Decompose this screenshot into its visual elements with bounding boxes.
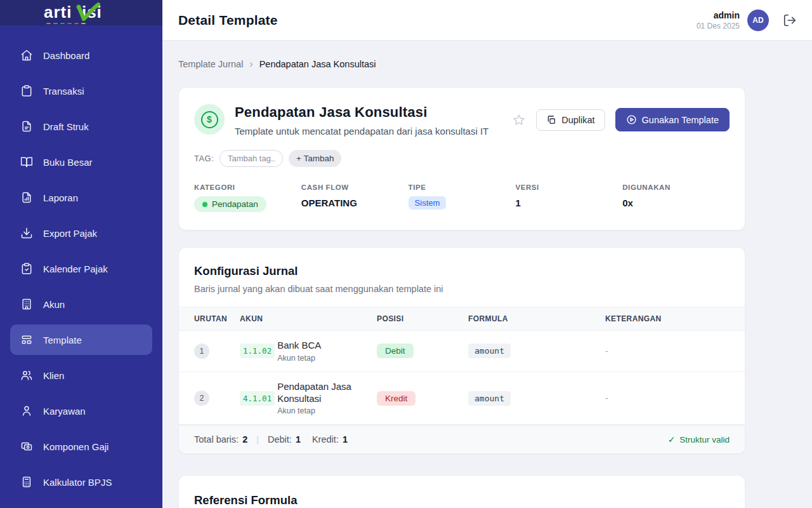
table-header-row: URUTAN AKUN POSISI FORMULA KETERANGAN <box>179 307 745 331</box>
sidebar-item-label: Draft Struk <box>43 121 89 132</box>
col-akun: AKUN <box>240 307 377 331</box>
sidebar-item-komponen-gaji[interactable]: Komponen Gaji <box>10 431 152 462</box>
cashflow-value: OPERATING <box>301 197 409 208</box>
main-area: Detail Template admin 01 Des 2025 AD Tem… <box>162 0 812 508</box>
sidebar-item-kalkulator-bpjs[interactable]: Kalkulator BPJS <box>10 467 152 497</box>
sidebar-item-label: Kalkulator BPJS <box>43 477 112 488</box>
sidebar-item-label: Export Pajak <box>43 228 97 239</box>
table-row: 2 4.1.01 Pendapatan Jasa Konsultasi Akun… <box>179 371 745 425</box>
sidebar-item-label: Laporan <box>43 192 78 203</box>
username: admin <box>697 10 740 20</box>
journal-subtitle: Baris jurnal yang akan dibuat saat mengg… <box>194 284 730 294</box>
tipe-label: TIPE <box>409 184 516 191</box>
position-badge: Kredit <box>377 391 416 406</box>
tag-input[interactable] <box>219 150 283 167</box>
sidebar-item-label: Karyawan <box>43 406 86 417</box>
breadcrumb-parent-link[interactable]: Template Jurnal <box>178 59 243 69</box>
sidebar-item-label: Transaksi <box>43 86 84 97</box>
meta-versi: VERSI 1 <box>515 184 622 212</box>
col-keterangan: KETERANGAN <box>605 307 745 331</box>
tag-label: TAG: <box>194 154 214 163</box>
artivisi-logo: artivisi <box>40 0 122 25</box>
sidebar-item-label: Dashboard <box>43 50 89 61</box>
sidebar-item-template[interactable]: Template <box>10 324 152 355</box>
building-icon <box>20 298 33 311</box>
account-code: 1.1.02 <box>240 344 275 358</box>
journal-totals: Total baris: 2 | Debit: 1 Kredit: 1 <box>194 434 348 444</box>
kategori-label: KATEGORI <box>194 184 301 191</box>
kategori-badge: Pendapatan <box>194 196 266 212</box>
sidebar-item-transaksi[interactable]: Transaksi <box>10 76 152 106</box>
breadcrumb-separator: › <box>249 58 252 70</box>
col-posisi: POSISI <box>377 307 468 331</box>
account-cell: 4.1.01 Pendapatan Jasa Konsultasi Akun t… <box>240 381 372 416</box>
journal-config-card: Konfigurasi Jurnal Baris jurnal yang aka… <box>178 247 745 454</box>
file-icon <box>20 120 33 133</box>
sidebar-item-karyawan[interactable]: Karyawan <box>10 396 152 426</box>
versi-value: 1 <box>515 197 622 208</box>
sidebar-item-draft-struk[interactable]: Draft Struk <box>10 111 152 142</box>
table-row: 1 1.1.02 Bank BCA Akun tetap Debit <box>179 331 745 372</box>
account-type: Akun tetap <box>277 354 321 363</box>
logo-swoosh-icon <box>40 0 122 25</box>
template-titles: Pendapatan Jasa Konsultasi Template untu… <box>235 104 488 137</box>
sidebar-header: artivisi <box>0 0 162 25</box>
account-name: Pendapatan Jasa Konsultasi <box>277 381 363 405</box>
favorite-star-icon[interactable] <box>512 113 526 127</box>
account-name: Bank BCA <box>277 340 321 352</box>
col-formula: FORMULA <box>468 307 605 331</box>
book-open-icon <box>20 156 33 168</box>
sidebar-item-label: Akun <box>43 299 65 310</box>
green-dot-icon <box>202 202 207 207</box>
sidebar-item-buku-besar[interactable]: Buku Besar <box>10 147 152 177</box>
sidebar-item-klien[interactable]: Klien <box>10 360 152 391</box>
calculator-icon <box>20 476 33 488</box>
sidebar: artivisi Dashboard Transaksi Draft Struk <box>0 0 162 508</box>
logo-color-dashes <box>46 23 86 24</box>
cashflow-label: CASH FLOW <box>301 184 409 191</box>
structure-valid-label: Struktur valid <box>679 435 730 444</box>
account-cell: 1.1.02 Bank BCA Akun tetap <box>240 340 372 363</box>
tag-row: TAG: + Tambah <box>194 150 730 167</box>
sidebar-item-laporan[interactable]: Laporan <box>10 182 152 213</box>
avatar[interactable]: AD <box>747 10 769 31</box>
topbar: Detail Template admin 01 Des 2025 AD <box>162 0 812 41</box>
current-date: 01 Des 2025 <box>697 22 740 30</box>
add-tag-button[interactable]: + Tambah <box>289 150 341 167</box>
order-badge: 2 <box>194 391 209 406</box>
logout-button[interactable] <box>783 13 797 27</box>
use-template-button[interactable]: Gunakan Template <box>615 108 730 131</box>
total-baris-value: 2 <box>242 434 247 444</box>
logout-icon <box>783 13 797 27</box>
digunakan-label: DIGUNAKAN <box>622 184 730 191</box>
col-urutan: URUTAN <box>179 307 240 331</box>
kredit-label: Kredit: <box>312 434 339 444</box>
note: - <box>605 393 608 403</box>
position-badge: Debit <box>377 344 414 358</box>
sidebar-item-akun[interactable]: Akun <box>10 289 152 319</box>
duplicate-button[interactable]: Duplikat <box>536 109 605 131</box>
play-circle-icon <box>626 114 637 125</box>
account-code: 4.1.01 <box>240 391 275 406</box>
journal-table: URUTAN AKUN POSISI FORMULA KETERANGAN 1 … <box>179 307 745 425</box>
breadcrumb-current: Pendapatan Jasa Konsultasi <box>259 59 376 69</box>
sidebar-item-dashboard[interactable]: Dashboard <box>10 40 152 70</box>
sidebar-item-kalender-pajak[interactable]: Kalender Pajak <box>10 253 152 284</box>
journal-title: Konfigurasi Jurnal <box>194 264 730 278</box>
structure-valid-status: ✓ Struktur valid <box>668 434 730 444</box>
sidebar-item-label: Template <box>43 335 82 345</box>
template-meta: KATEGORI Pendapatan CASH FLOW OPERATING … <box>194 184 730 212</box>
template-card-header: $ Pendapatan Jasa Konsultasi Template un… <box>194 104 730 137</box>
user-meta: admin 01 Des 2025 <box>697 10 740 30</box>
dollar-circle-icon: $ <box>194 104 225 135</box>
digunakan-value: 0x <box>622 197 730 208</box>
kredit-value: 1 <box>343 434 348 444</box>
total-baris-label: Total baris: <box>194 434 239 444</box>
copy-icon <box>546 115 556 125</box>
sidebar-item-label: Komponen Gaji <box>43 441 108 452</box>
order-badge: 1 <box>194 344 209 359</box>
layout-icon <box>20 333 33 346</box>
template-title: Pendapatan Jasa Konsultasi <box>235 104 488 121</box>
sidebar-item-export-pajak[interactable]: Export Pajak <box>10 218 152 248</box>
debit-label: Debit: <box>268 434 292 444</box>
